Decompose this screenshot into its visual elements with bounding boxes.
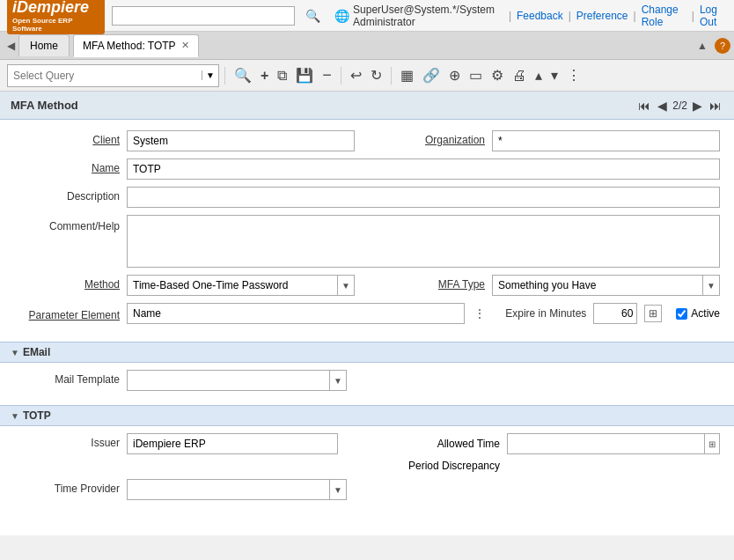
select-query-dropdown-button[interactable]: ▼ [202,70,218,80]
time-provider-input[interactable] [128,480,329,499]
mfa-type-dropdown-button[interactable]: ▼ [702,276,719,295]
feedback-link[interactable]: Feedback [517,10,563,22]
email-section-header[interactable]: ▼ EMail [0,342,734,363]
search-button[interactable]: 🔍 [302,7,324,25]
desc-input[interactable] [127,187,720,208]
nav-prev-button[interactable]: ▴ [532,65,546,85]
toolbar-separator-3 [391,67,392,85]
select-query-input[interactable] [8,65,202,86]
allowed-time-wrap: ⊞ [507,433,720,454]
global-search-input[interactable] [112,6,296,26]
more-button[interactable]: ⋮ [563,65,584,85]
next-record-button[interactable]: ▶ [691,97,704,114]
mfa-type-input[interactable] [493,276,702,295]
form-area: Client Organization Name Description Com… [0,120,734,342]
totp-section-header[interactable]: ▼ TOTP [0,405,734,426]
param-more-button[interactable]: ⋮ [472,305,488,322]
tab-bar: ◀ Home MFA Method: TOTP ✕ ▲ ? [0,32,734,60]
active-checkbox[interactable] [676,308,687,320]
comment-label: Comment/Help [14,215,120,232]
totp-row-1: Issuer Allowed Time ⊞ Period Discrepancy [14,433,720,472]
method-dropdown-button[interactable]: ▼ [337,276,354,295]
grid-view-button[interactable]: ▦ [397,65,417,85]
tab-mfa-method[interactable]: MFA Method: TOTP ✕ [73,34,199,57]
history-button[interactable]: ▭ [466,65,486,85]
preference-link[interactable]: Preference [576,10,628,22]
org-label: Organization [362,130,485,146]
toolbar-separator-1 [224,67,225,85]
refresh-button[interactable]: ↻ [367,65,385,85]
log-out-link[interactable]: Log Out [700,4,727,28]
allowed-time-label: Allowed Time [359,438,500,450]
param-element-wrap [127,303,465,324]
name-input[interactable] [127,158,720,180]
tab-home-label: Home [30,40,58,52]
attachment-button[interactable]: 🔗 [419,65,444,85]
org-input[interactable] [492,130,720,151]
mfa-type-label: MFA Type [362,275,485,291]
method-mfatype-row: Method ▼ MFA Type ▼ [14,275,720,296]
new-button[interactable]: + [257,66,272,85]
last-record-button[interactable]: ⏭ [708,97,723,114]
desc-row: Description [14,187,720,208]
undo-button[interactable]: ↩ [347,65,365,85]
method-label: Method [14,275,120,291]
select-query-wrapper: ▼ [7,64,219,87]
allowed-time-input[interactable] [508,434,704,453]
name-label: Name [14,158,120,174]
org-tree-button[interactable]: 🌐 [331,7,353,25]
time-provider-row: Time Provider ▼ [14,479,720,500]
top-bar-right: SuperUser@System.*/System Administrator … [353,4,727,28]
change-role-link[interactable]: Change Role [642,4,686,28]
page-info: 2/2 [672,99,687,112]
allowed-time-calculator-button[interactable]: ⊞ [704,434,719,453]
mail-template-input[interactable] [128,371,329,390]
delete-button[interactable]: − [319,64,335,86]
email-collapse-icon: ▼ [11,348,19,357]
find-button[interactable]: 🔍 [231,65,255,85]
client-input[interactable] [127,130,355,151]
time-provider-dropdown-button[interactable]: ▼ [329,480,346,499]
toolbar-separator-2 [341,67,341,85]
client-org-row: Client Organization [14,130,720,151]
print-button[interactable]: 🖨 [509,66,530,85]
tab-active-label: MFA Method: TOTP [83,40,176,52]
mail-template-label: Mail Template [14,370,120,386]
save-button[interactable]: 💾 [292,65,317,85]
expire-input[interactable] [593,303,637,324]
expire-calculator-button[interactable]: ⊞ [644,305,662,322]
issuer-input[interactable] [127,433,338,454]
user-info: SuperUser@System.*/System Administrator [353,4,503,28]
comment-row: Comment/Help [14,215,720,268]
logo: iDempiere Open Source ERP Software [7,0,105,34]
copy-button[interactable]: ⧉ [274,66,290,85]
param-input[interactable] [128,304,464,323]
period-disc-row: Period Discrepancy [359,460,720,472]
help-button[interactable]: ? [715,38,730,54]
prev-record-button[interactable]: ◀ [656,97,669,114]
top-bar: iDempiere Open Source ERP Software 🔍 🌐 S… [0,0,734,32]
tab-scroll-up-button[interactable]: ▲ [694,38,711,54]
zoom-button[interactable]: ⊕ [445,65,464,85]
totp-collapse-icon: ▼ [11,411,19,421]
active-checkbox-label[interactable]: Active [669,307,720,320]
method-input[interactable] [128,276,337,295]
nav-next-button[interactable]: ▾ [547,65,562,85]
name-row: Name [14,158,720,180]
email-section-label: EMail [23,346,50,358]
tab-close-button[interactable]: ✕ [181,40,189,51]
totp-section-label: TOTP [23,409,51,422]
org-field-wrap [492,130,720,151]
tab-home[interactable]: Home [18,34,70,56]
mail-template-dropdown-button[interactable]: ▼ [329,371,346,390]
logo-text: iDempiere [12,0,89,16]
period-disc-label: Period Discrepancy [359,460,500,472]
desc-label: Description [14,187,120,203]
expire-label: Expire in Minutes [495,307,586,320]
client-label: Client [14,130,120,146]
settings-button[interactable]: ⚙ [488,65,507,85]
mfa-type-select-wrap: ▼ [492,275,720,296]
comment-textarea[interactable] [127,215,720,268]
tab-collapse-button[interactable]: ◀ [4,38,18,54]
first-record-button[interactable]: ⏮ [636,97,652,114]
